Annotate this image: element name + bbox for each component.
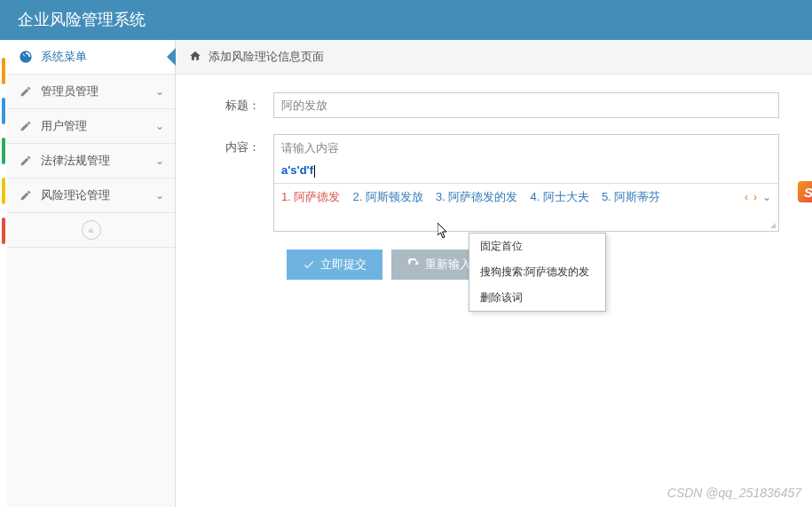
refresh-icon: [407, 258, 420, 271]
sidebar-item-law[interactable]: 法律法规管理 ⌄: [7, 144, 175, 178]
sidebar-item-risk-theory[interactable]: 风险理论管理 ⌄: [7, 178, 175, 213]
app-header: 企业风险管理系统: [0, 0, 812, 40]
context-menu-item[interactable]: 固定首位: [469, 234, 605, 259]
collapse-icon: «: [82, 220, 101, 240]
ime-candidate[interactable]: 4. 阿士大夫: [530, 189, 588, 205]
edge-bar: [2, 138, 5, 164]
content-placeholder: 请输入内容: [274, 135, 778, 162]
breadcrumb: 添加风险理论信息页面: [176, 40, 812, 75]
breadcrumb-text: 添加风险理论信息页面: [209, 49, 324, 65]
ime-candidate-bar[interactable]: 1. 阿萨德发 2. 阿斯顿发放 3. 阿萨德发的发 4. 阿士大夫 5. 阿斯…: [274, 183, 778, 210]
ime-context-menu: 固定首位 搜狗搜索:阿萨德发的发 删除该词: [469, 233, 606, 312]
context-menu-item[interactable]: 删除该词: [469, 285, 605, 311]
submit-button[interactable]: 立即提交: [287, 250, 382, 280]
chevron-down-icon[interactable]: ⌄: [762, 191, 771, 203]
left-edge-bars: [0, 40, 7, 507]
watermark: CSDN @qq_251836457: [667, 486, 801, 500]
sogou-ime-icon[interactable]: S: [798, 181, 812, 202]
sidebar: 系统菜单 管理员管理 ⌄ 用户管理 ⌄ 法律法规管理 ⌄: [7, 40, 176, 507]
edge-bar: [2, 178, 5, 204]
ime-page-arrows[interactable]: ‹ › ⌄: [745, 191, 771, 203]
sidebar-item-label: 管理员管理: [41, 83, 99, 99]
content-textarea[interactable]: 请输入内容 a's'd'f 1. 阿萨德发 2. 阿斯顿发放 3. 阿萨德发的发…: [273, 134, 779, 232]
ime-candidate[interactable]: 1. 阿萨德发: [281, 189, 340, 205]
ime-composition: a's'd'f: [274, 162, 778, 183]
title-label: 标题：: [202, 92, 273, 114]
edit-icon: [18, 189, 34, 202]
ime-candidate[interactable]: 5. 阿斯蒂芬: [602, 189, 660, 205]
check-icon: [303, 258, 315, 271]
chevron-down-icon: ⌄: [155, 85, 164, 98]
form-area: 标题： 内容： 请输入内容 a's'd'f 1. 阿萨德发 2. 阿斯: [176, 75, 812, 297]
home-icon[interactable]: [189, 50, 201, 65]
title-input[interactable]: [273, 92, 779, 118]
edit-icon: [18, 85, 34, 98]
ime-candidate[interactable]: 3. 阿萨德发的发: [436, 189, 517, 205]
resize-handle[interactable]: [767, 219, 777, 230]
context-menu-item[interactable]: 搜狗搜索:阿萨德发的发: [469, 259, 605, 285]
ime-candidate[interactable]: 2. 阿斯顿发放: [352, 189, 422, 205]
edit-icon: [18, 154, 34, 167]
main-content: 添加风险理论信息页面 标题： 内容： 请输入内容 a's'd'f: [176, 40, 812, 507]
sidebar-item-label: 法律法规管理: [41, 153, 110, 169]
edge-bar: [2, 58, 5, 84]
sidebar-item-label: 系统菜单: [41, 49, 87, 65]
edit-icon: [18, 120, 34, 132]
dashboard-icon: [18, 50, 34, 64]
edge-bar: [2, 218, 5, 244]
chevron-right-icon[interactable]: ›: [753, 191, 757, 203]
sidebar-item-label: 用户管理: [41, 118, 87, 134]
chevron-left-icon[interactable]: ‹: [745, 191, 748, 203]
edge-bar: [2, 98, 5, 124]
content-label: 内容：: [202, 134, 273, 155]
sidebar-item-system-menu[interactable]: 系统菜单: [7, 40, 175, 75]
sidebar-item-admin[interactable]: 管理员管理 ⌄: [7, 75, 175, 109]
sidebar-item-user[interactable]: 用户管理 ⌄: [7, 109, 175, 144]
sidebar-collapse[interactable]: «: [7, 213, 175, 248]
chevron-down-icon: ⌄: [155, 120, 164, 132]
chevron-down-icon: ⌄: [155, 154, 164, 167]
chevron-down-icon: ⌄: [155, 189, 164, 202]
app-title: 企业风险管理系统: [18, 11, 146, 28]
sidebar-item-label: 风险理论管理: [41, 187, 110, 203]
